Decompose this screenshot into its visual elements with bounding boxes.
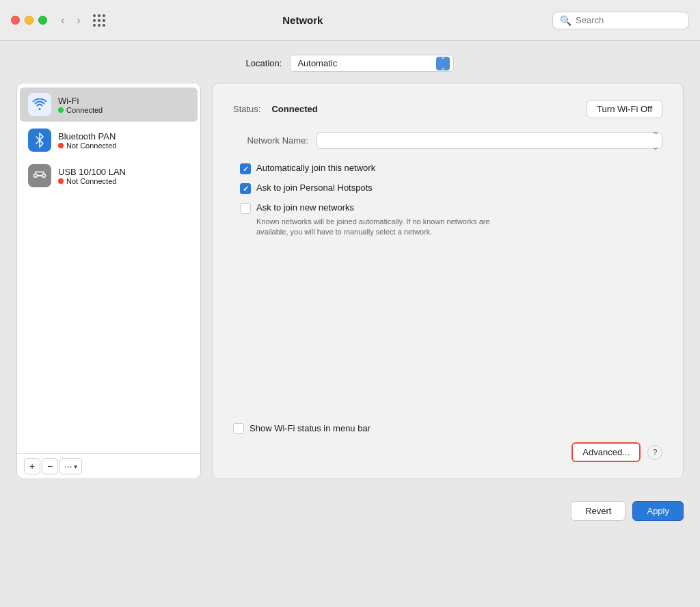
network-name-label: Network Name: [233,135,308,146]
auto-join-checkbox[interactable] [240,163,251,174]
location-row: Location: Automatic ⌃⌄ [16,55,684,72]
status-label: Status: [233,104,260,114]
wifi-status-dot [58,107,64,113]
search-icon: 🔍 [560,15,571,26]
turn-wifi-off-button[interactable]: Turn Wi-Fi Off [587,100,662,118]
minimize-button[interactable] [25,16,33,25]
bluetooth-status-dot [58,143,64,148]
right-panel: Status: Connected Turn Wi-Fi Off Network… [212,83,684,479]
bluetooth-name: Bluetooth PAN [58,131,116,141]
sidebar-list: Wi-Fi Connected [17,83,200,453]
sidebar: Wi-Fi Connected [16,83,201,479]
apply-button[interactable]: Apply [632,501,684,521]
options-chevron: ▾ [74,463,77,470]
network-name-input[interactable] [317,132,662,149]
usb-info: USB 10/100 LAN Not Connected [58,167,126,185]
close-button[interactable] [11,16,20,25]
new-networks-row: Ask to join new networks [240,202,662,214]
network-name-wrapper: ⌃⌄ [317,132,662,149]
action-bar: Revert Apply [0,493,700,529]
new-networks-checkbox[interactable] [240,203,251,214]
bluetooth-info: Bluetooth PAN Not Connected [58,131,116,150]
revert-button[interactable]: Revert [571,501,625,521]
location-wrapper: Automatic ⌃⌄ [290,55,454,72]
usb-status: Not Connected [58,177,126,185]
status-value: Connected [271,104,317,114]
show-status-label: Show Wi-Fi status in menu bar [250,423,371,433]
network-options-button[interactable]: ··· ▾ [59,458,82,474]
bluetooth-status-text: Not Connected [66,141,116,150]
traffic-lights [11,16,47,25]
wifi-icon [28,93,51,116]
status-row: Status: Connected Turn Wi-Fi Off [233,100,662,118]
wifi-status: Connected [58,106,103,114]
network-name-arrow-icon: ⌃⌄ [651,130,660,152]
remove-network-button[interactable]: − [42,458,58,474]
personal-hotspot-checkbox[interactable] [240,183,251,194]
wifi-info: Wi-Fi Connected [58,96,103,114]
svg-point-1 [42,174,46,178]
new-networks-group: Ask to join new networks Known networks … [240,202,662,238]
usb-name: USB 10/100 LAN [58,167,126,177]
advanced-row: Advanced... ? [233,442,662,462]
sidebar-item-usb[interactable]: USB 10/100 LAN Not Connected [20,159,198,193]
help-button[interactable]: ? [647,445,662,460]
usb-status-text: Not Connected [66,177,116,185]
wifi-status-text: Connected [66,106,103,114]
usb-status-dot [58,178,64,184]
sidebar-footer: + − ··· ▾ [17,453,200,478]
sidebar-item-bluetooth[interactable]: Bluetooth PAN Not Connected [20,123,198,157]
bluetooth-icon [28,129,51,152]
bluetooth-status: Not Connected [58,141,116,150]
add-network-button[interactable]: + [24,458,40,474]
auto-join-label: Automatically join this network [256,163,375,173]
checkbox-hint: Known networks will be joined automatica… [256,217,502,238]
new-networks-label: Ask to join new networks [256,202,354,213]
location-label: Location: [246,58,282,68]
wifi-name: Wi-Fi [58,96,103,106]
options-dots: ··· [64,461,72,472]
personal-hotspot-label: Ask to join Personal Hotspots [256,183,373,193]
maximize-button[interactable] [38,16,47,25]
sidebar-item-wifi[interactable]: Wi-Fi Connected [20,87,198,122]
network-name-row: Network Name: ⌃⌄ [233,132,662,149]
advanced-button[interactable]: Advanced... [571,442,641,462]
show-status-row: Show Wi-Fi status in menu bar [233,422,662,434]
personal-hotspot-row: Ask to join Personal Hotspots [240,183,662,194]
show-status-checkbox[interactable] [233,423,244,434]
usb-icon [28,164,51,187]
panels-row: Wi-Fi Connected [16,83,684,479]
panel-bottom: Show Wi-Fi status in menu bar Advanced..… [233,422,662,462]
location-select[interactable]: Automatic [290,55,454,72]
svg-point-0 [34,174,38,178]
search-input[interactable] [576,15,682,25]
window-title: Network [60,14,546,26]
checkboxes-section: Automatically join this network Ask to j… [240,163,662,238]
main-content: Location: Automatic ⌃⌄ [0,41,700,493]
search-box[interactable]: 🔍 [552,12,689,29]
titlebar: ‹ › Network 🔍 [0,0,700,41]
auto-join-row: Automatically join this network [240,163,662,174]
